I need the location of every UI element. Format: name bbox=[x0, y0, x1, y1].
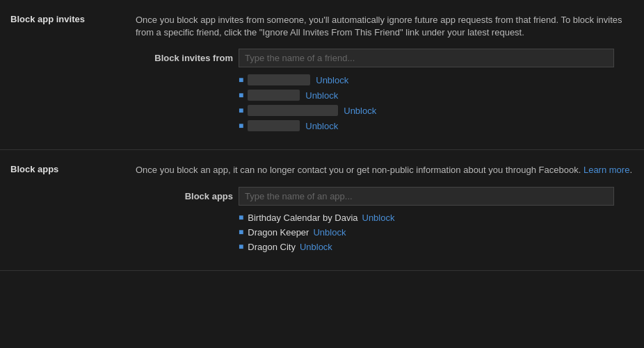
blocked-app-name-3: Dragon City bbox=[248, 242, 296, 252]
blocked-app-name-1: Birthday Calendar by Davia bbox=[248, 213, 357, 223]
list-item: ■ Unblock bbox=[239, 90, 634, 101]
unblock-invite-link-4[interactable]: Unblock bbox=[305, 121, 338, 131]
list-item: ■ Dragon Keeper Unblock bbox=[239, 227, 634, 238]
unblock-app-link-1[interactable]: Unblock bbox=[362, 213, 395, 223]
blocked-apps-list: ■ Birthday Calendar by Davia Unblock ■ D… bbox=[239, 213, 634, 252]
block-apps-input[interactable] bbox=[239, 187, 614, 206]
block-apps-description-text: Once you block an app, it can no longer … bbox=[136, 165, 581, 175]
block-apps-section: Block apps Once you block an app, it can… bbox=[0, 150, 644, 270]
bullet-icon: ■ bbox=[239, 90, 243, 100]
block-app-invites-description: Once you block app invites from someone,… bbox=[136, 14, 634, 39]
learn-more-link[interactable]: Learn more bbox=[583, 165, 629, 175]
unblock-app-link-3[interactable]: Unblock bbox=[300, 242, 332, 252]
block-apps-description: Once you block an app, it can no longer … bbox=[136, 164, 634, 176]
blocked-friend-name bbox=[248, 74, 310, 85]
blocked-invites-list: ■ Unblock ■ Unblock ■ Unblock ■ Unblock bbox=[239, 74, 634, 131]
list-item: ■ Unblock bbox=[239, 120, 634, 131]
block-app-invites-content: Once you block app invites from someone,… bbox=[125, 14, 644, 135]
block-invites-from-label: Block invites from bbox=[136, 53, 233, 63]
unblock-invite-link-3[interactable]: Unblock bbox=[344, 106, 376, 116]
blocked-friend-name bbox=[248, 120, 300, 131]
list-item: ■ Unblock bbox=[239, 74, 634, 85]
description-period: . bbox=[629, 165, 632, 175]
bullet-icon: ■ bbox=[239, 227, 243, 237]
bullet-icon: ■ bbox=[239, 106, 243, 115]
block-apps-label: Block apps bbox=[0, 164, 125, 256]
bullet-icon: ■ bbox=[239, 75, 243, 85]
unblock-app-link-2[interactable]: Unblock bbox=[313, 227, 346, 238]
list-item: ■ Unblock bbox=[239, 105, 634, 116]
blocked-app-name-2: Dragon Keeper bbox=[248, 227, 309, 238]
unblock-invite-link-1[interactable]: Unblock bbox=[316, 75, 348, 85]
block-app-invites-label: Block app invites bbox=[0, 14, 125, 135]
blocked-friend-name bbox=[248, 105, 338, 116]
list-item: ■ Birthday Calendar by Davia Unblock bbox=[239, 213, 634, 223]
block-app-invites-section: Block app invites Once you block app inv… bbox=[0, 0, 644, 150]
block-invites-from-input[interactable] bbox=[239, 49, 614, 67]
block-invites-from-row: Block invites from bbox=[136, 49, 634, 67]
block-apps-content: Once you block an app, it can no longer … bbox=[125, 164, 644, 256]
blocked-friend-name bbox=[248, 90, 300, 101]
list-item: ■ Dragon City Unblock bbox=[239, 242, 634, 252]
block-apps-field-label: Block apps bbox=[136, 191, 233, 201]
bullet-icon: ■ bbox=[239, 213, 243, 222]
block-apps-field-row: Block apps bbox=[136, 187, 634, 206]
unblock-invite-link-2[interactable]: Unblock bbox=[305, 90, 338, 101]
bullet-icon: ■ bbox=[239, 242, 243, 251]
bullet-icon: ■ bbox=[239, 121, 243, 131]
